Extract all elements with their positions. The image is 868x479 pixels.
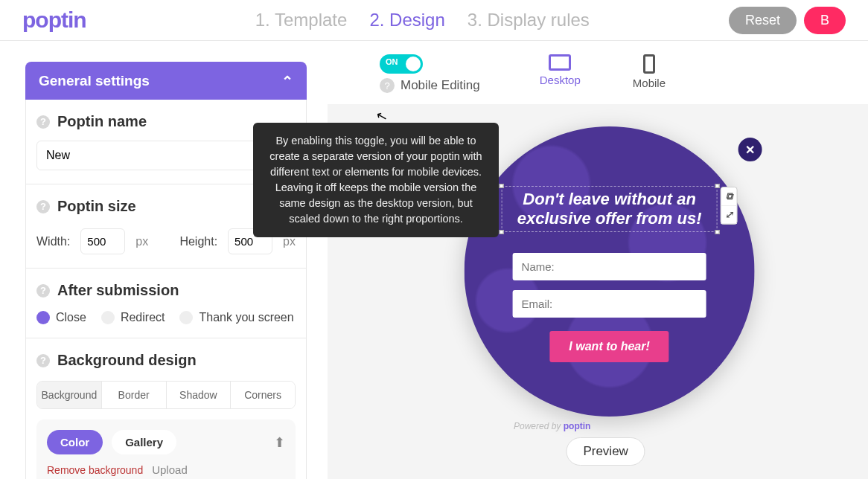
tab-border[interactable]: Border — [101, 382, 166, 408]
app-header: poptin 1. Template 2. Design 3. Display … — [0, 0, 868, 41]
device-desktop[interactable]: Desktop — [540, 54, 581, 89]
radio-redirect[interactable]: Redirect — [101, 311, 165, 324]
popup-name-input[interactable] — [513, 253, 706, 280]
toggle-knob-icon — [406, 57, 421, 71]
unit-label: px — [135, 235, 148, 248]
width-label: Width: — [36, 235, 70, 248]
mobile-editing-label: Mobile Editing — [401, 78, 480, 93]
panel-header-general-settings[interactable]: General settings ⌄ — [25, 62, 307, 100]
help-icon[interactable]: ? — [36, 115, 50, 129]
device-mobile[interactable]: Mobile — [633, 54, 666, 89]
headline-text: Don't leave without an exclusive offer f… — [517, 190, 702, 228]
duplicate-icon[interactable]: ⧉ — [721, 187, 737, 206]
section-background-design: ? Background design Background Border Sh… — [26, 338, 306, 479]
brand-logo: poptin — [22, 7, 116, 33]
remove-background-link[interactable]: Remove background — [47, 464, 143, 476]
device-label: Desktop — [540, 74, 581, 86]
pill-gallery[interactable]: Gallery — [112, 430, 176, 454]
tab-shadow[interactable]: Shadow — [166, 382, 231, 408]
section-after-submission: ? After submission Close Redirect Thank … — [26, 268, 306, 324]
selection-handle-icon[interactable] — [715, 230, 720, 234]
width-input[interactable] — [80, 228, 125, 254]
selection-handle-icon[interactable] — [715, 184, 720, 188]
selection-handle-icon[interactable] — [500, 230, 504, 234]
next-button[interactable]: B — [804, 7, 846, 34]
help-icon[interactable]: ? — [380, 78, 395, 93]
height-label: Height: — [179, 235, 217, 248]
expand-icon[interactable]: ⤢ — [721, 206, 737, 224]
powered-brand: poptin — [564, 421, 591, 431]
bg-tabs: Background Border Shadow Corners — [36, 381, 296, 409]
radio-close[interactable]: Close — [36, 311, 86, 324]
popup-cta-button[interactable]: I want to hear! — [549, 331, 668, 362]
step-template[interactable]: 1. Template — [255, 10, 348, 30]
reset-button[interactable]: Reset — [729, 7, 797, 34]
upload-link[interactable]: Upload — [152, 463, 188, 476]
canvas-toolbar: ON ? Mobile Editing Desktop Mobile — [328, 41, 868, 100]
chevron-down-icon: ⌄ — [281, 72, 293, 89]
bg-options: Color Gallery ⬆ Remove background Upload — [36, 419, 296, 479]
section-title: After submission — [57, 282, 179, 299]
upload-icon: ⬆ — [274, 434, 285, 451]
step-display-rules[interactable]: 3. Display rules — [467, 10, 590, 30]
radio-thank-you[interactable]: Thank you screen — [179, 311, 293, 324]
popup-headline[interactable]: Don't leave without an exclusive offer f… — [502, 186, 718, 232]
step-design[interactable]: 2. Design — [369, 10, 444, 30]
tab-background[interactable]: Background — [37, 382, 101, 408]
close-icon[interactable]: ✕ — [738, 138, 762, 161]
help-icon[interactable]: ? — [36, 354, 50, 367]
radio-label: Redirect — [121, 311, 165, 324]
powered-by: Powered by poptin — [514, 421, 590, 431]
selection-handle-icon[interactable] — [500, 184, 504, 188]
panel-title: General settings — [39, 73, 150, 89]
mobile-icon — [643, 54, 655, 74]
section-title: Background design — [57, 352, 197, 369]
popup-preview[interactable]: ✕ Don't leave without an exclusive offer… — [465, 126, 755, 417]
element-tools: ⧉ ⤢ — [721, 187, 738, 225]
mobile-editing-toggle[interactable]: ON — [380, 54, 423, 74]
help-icon[interactable]: ? — [36, 200, 50, 213]
radio-dot-icon — [36, 311, 50, 324]
mobile-editing-tooltip: By enabling this toggle, you will be abl… — [253, 123, 499, 237]
device-label: Mobile — [633, 77, 666, 89]
design-canvas: ON ? Mobile Editing Desktop Mobile — [328, 41, 868, 479]
section-title: Poptin size — [57, 198, 136, 215]
wizard-steps: 1. Template 2. Design 3. Display rules — [116, 10, 729, 30]
section-title: Poptin name — [57, 113, 147, 130]
preview-button[interactable]: Preview — [566, 437, 645, 466]
toggle-label: ON — [386, 57, 398, 66]
help-icon[interactable]: ? — [36, 284, 50, 298]
radio-label: Thank you screen — [199, 311, 293, 324]
popup-email-input[interactable] — [513, 290, 706, 318]
powered-prefix: Powered by — [514, 421, 561, 431]
desktop-icon — [549, 54, 571, 71]
radio-label: Close — [56, 311, 86, 324]
radio-dot-icon — [101, 311, 115, 324]
pill-color[interactable]: Color — [47, 430, 103, 454]
tab-corners[interactable]: Corners — [230, 382, 295, 408]
settings-sidebar: General settings ⌄ ? Poptin name ? Popti… — [0, 41, 328, 479]
radio-dot-icon — [179, 311, 193, 324]
